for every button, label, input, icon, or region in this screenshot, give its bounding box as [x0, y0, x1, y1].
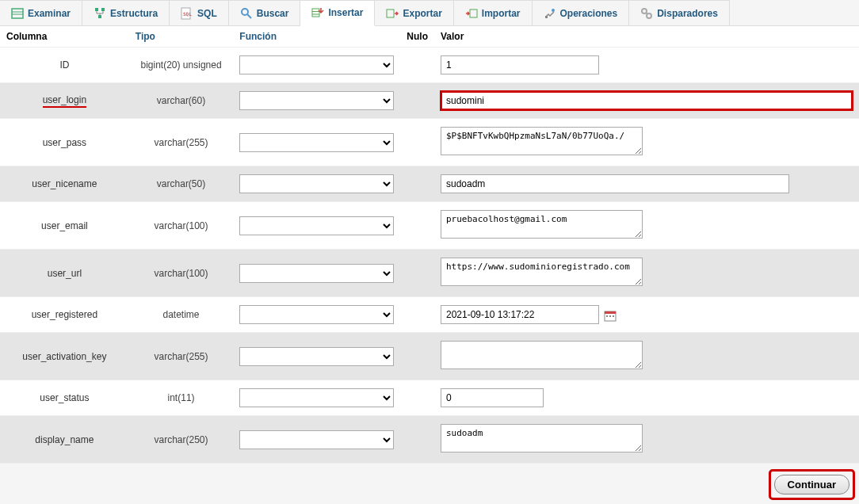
- column-type: varchar(50): [129, 166, 234, 202]
- svg-rect-23: [613, 315, 614, 317]
- import-icon: [465, 7, 478, 20]
- column-type: varchar(100): [129, 250, 234, 297]
- svg-point-8: [242, 9, 248, 15]
- svg-rect-16: [545, 16, 548, 18]
- tab-disparadores[interactable]: Disparadores: [629, 0, 730, 25]
- col-header-column[interactable]: Columna: [0, 26, 129, 48]
- column-type: varchar(255): [129, 333, 234, 380]
- function-select[interactable]: [239, 55, 394, 74]
- column-name: user_email: [41, 220, 88, 231]
- null-cell: [400, 250, 434, 297]
- table-row: IDbigint(20) unsigned: [0, 48, 859, 83]
- table-row: user_registereddatetime: [0, 297, 859, 333]
- function-select[interactable]: [239, 430, 394, 449]
- column-type: bigint(20) unsigned: [129, 48, 234, 83]
- search-icon: [240, 7, 253, 20]
- column-name: user_status: [40, 392, 89, 403]
- null-cell: [400, 202, 434, 250]
- table-row: user_activation_keyvarchar(255): [0, 333, 859, 380]
- triggers-icon: [640, 7, 653, 20]
- tab-estructura[interactable]: Estructura: [82, 0, 170, 25]
- tab-examinar[interactable]: Examinar: [0, 0, 82, 25]
- tab-importar[interactable]: Importar: [454, 0, 533, 25]
- value-textarea[interactable]: [441, 341, 643, 369]
- value-textarea[interactable]: [441, 210, 643, 239]
- column-type: datetime: [129, 297, 234, 333]
- sql-icon: SQL: [181, 7, 193, 20]
- table-row: display_namevarchar(250): [0, 416, 859, 464]
- column-name: user_registered: [32, 309, 97, 320]
- svg-line-9: [247, 14, 251, 18]
- null-cell: [400, 297, 434, 333]
- col-header-null: Nulo: [400, 26, 434, 48]
- table-row: user_loginvarchar(60): [0, 83, 859, 119]
- tab-operaciones[interactable]: Operaciones: [533, 0, 630, 25]
- value-input[interactable]: [441, 174, 789, 193]
- column-name: user_pass: [43, 137, 86, 148]
- tab-insertar[interactable]: Insertar: [300, 0, 375, 26]
- tab-label: Buscar: [257, 8, 289, 19]
- svg-point-15: [552, 9, 555, 12]
- tab-label: Operaciones: [560, 8, 618, 19]
- value-input-datetime[interactable]: [441, 305, 599, 324]
- table-row: user_urlvarchar(100): [0, 250, 859, 297]
- tab-label: Importar: [482, 8, 521, 19]
- column-name: ID: [59, 59, 69, 71]
- table-row: user_statusint(11): [0, 380, 859, 416]
- svg-rect-21: [606, 315, 608, 317]
- null-cell: [400, 166, 434, 202]
- operations-icon: [544, 7, 556, 20]
- tab-buscar[interactable]: Buscar: [229, 0, 301, 25]
- table-row: user_emailvarchar(100): [0, 202, 859, 250]
- svg-rect-22: [609, 315, 611, 317]
- function-select[interactable]: [239, 91, 394, 110]
- table-row: user_passvarchar(255): [0, 119, 859, 166]
- null-cell: [400, 48, 434, 83]
- svg-rect-20: [605, 311, 616, 314]
- tab-label: SQL: [197, 8, 217, 19]
- col-header-type[interactable]: Tipo: [129, 26, 234, 48]
- column-name: display_name: [35, 434, 94, 445]
- function-select[interactable]: [239, 174, 394, 193]
- value-textarea[interactable]: [441, 127, 643, 155]
- svg-rect-13: [387, 10, 394, 17]
- structure-icon: [94, 7, 106, 20]
- function-select[interactable]: [239, 305, 394, 324]
- export-icon: [386, 7, 399, 20]
- value-textarea[interactable]: [441, 258, 643, 286]
- calendar-icon[interactable]: [604, 309, 617, 322]
- browse-icon: [11, 7, 24, 20]
- continue-button[interactable]: Continuar: [774, 475, 849, 494]
- function-select[interactable]: [239, 264, 394, 283]
- svg-rect-14: [470, 10, 477, 17]
- column-type: varchar(100): [129, 202, 234, 250]
- null-cell: [400, 416, 434, 464]
- svg-rect-0: [12, 9, 23, 18]
- tab-sql[interactable]: SQLSQL: [170, 0, 229, 25]
- function-select[interactable]: [239, 133, 394, 152]
- svg-rect-3: [95, 8, 98, 11]
- column-type: varchar(255): [129, 119, 234, 166]
- tab-label: Estructura: [110, 8, 158, 19]
- column-type: varchar(60): [129, 83, 234, 119]
- svg-rect-5: [98, 15, 101, 18]
- value-textarea[interactable]: [441, 424, 643, 452]
- function-select[interactable]: [239, 347, 394, 366]
- svg-text:SQL: SQL: [183, 11, 192, 17]
- column-name: user_login: [43, 94, 86, 108]
- col-header-function[interactable]: Función: [233, 26, 400, 48]
- null-cell: [400, 83, 434, 119]
- value-input[interactable]: [441, 91, 853, 110]
- value-input[interactable]: [441, 55, 599, 74]
- tab-label: Disparadores: [657, 8, 718, 19]
- null-cell: [400, 119, 434, 166]
- column-name: user_nicename: [32, 178, 97, 189]
- column-type: int(11): [129, 380, 234, 416]
- null-cell: [400, 333, 434, 380]
- function-select[interactable]: [239, 216, 394, 235]
- value-input[interactable]: [441, 388, 544, 407]
- column-name: user_activation_key: [22, 351, 106, 362]
- svg-rect-10: [312, 9, 319, 17]
- function-select[interactable]: [239, 388, 394, 407]
- tab-exportar[interactable]: Exportar: [375, 0, 453, 25]
